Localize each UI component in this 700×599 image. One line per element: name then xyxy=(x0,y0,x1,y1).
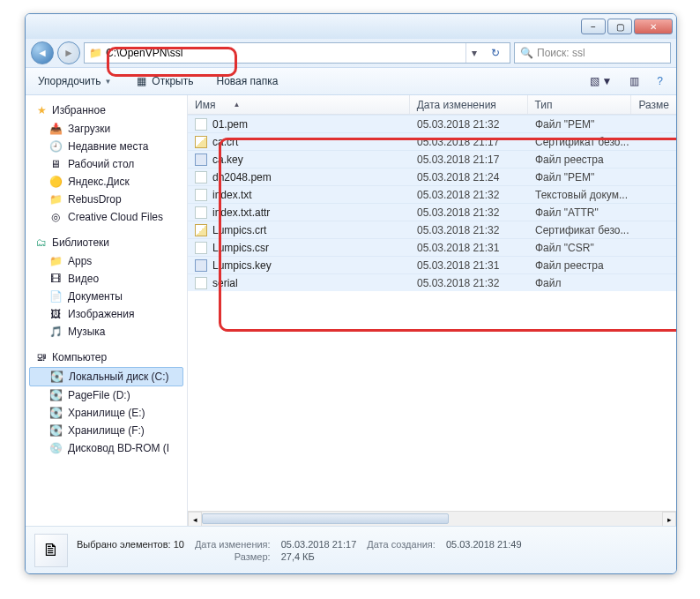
sidebar-item[interactable]: 📁RebusDrop xyxy=(26,191,187,208)
col-date[interactable]: Дата изменения xyxy=(410,95,528,114)
sidebar-item[interactable]: 🎞Видео xyxy=(26,270,187,288)
sidebar-item[interactable]: 🖥Рабочий стол xyxy=(26,155,187,173)
close-button[interactable]: ✕ xyxy=(634,19,673,34)
file-type: Файл "ATTR" xyxy=(528,206,632,219)
scroll-left-icon[interactable]: ◂ xyxy=(188,512,202,526)
scroll-thumb[interactable] xyxy=(202,513,449,524)
sidebar-item-icon: 🖼 xyxy=(48,307,63,321)
file-icon xyxy=(195,224,207,236)
computer-header[interactable]: 🖳 Компьютер xyxy=(26,348,187,367)
sidebar-item[interactable]: 💿Дисковод BD-ROM (I xyxy=(26,439,187,457)
organize-button[interactable]: Упорядочить ▼ xyxy=(33,73,116,89)
size-value: 27,4 КБ xyxy=(281,551,357,562)
sidebar-item[interactable]: 💽Хранилище (F:) xyxy=(26,422,187,439)
date-cre-label: Дата создания: xyxy=(367,539,436,550)
newfolder-label: Новая папка xyxy=(216,75,278,87)
address-row: ◄ ► 📁 C:\OpenVPN\ssl ▾ ↻ 🔍 Поиск: ssl xyxy=(26,39,676,67)
table-row[interactable]: index.txt05.03.2018 21:32Текстовый докум… xyxy=(188,185,676,203)
sidebar-item[interactable]: 🟡Яндекс.Диск xyxy=(26,173,187,191)
sidebar-item-label: Яндекс.Диск xyxy=(68,176,130,188)
table-row[interactable]: Lumpics.crt05.03.2018 21:32Сертификат бе… xyxy=(188,221,676,238)
sidebar-item[interactable]: 💽Локальный диск (C:) xyxy=(29,367,183,386)
sidebar-item[interactable]: 💽PageFile (D:) xyxy=(26,386,187,404)
date-cre-value: 05.03.2018 21:49 xyxy=(446,539,522,550)
sidebar-item-label: Видео xyxy=(68,273,99,285)
file-icon xyxy=(195,153,207,166)
file-date: 05.03.2018 21:24 xyxy=(410,171,528,183)
col-size[interactable]: Разме xyxy=(631,95,676,114)
refresh-button[interactable]: ↻ xyxy=(485,43,506,63)
newfolder-button[interactable]: Новая папка xyxy=(211,73,283,89)
toolbar: Упорядочить ▼ ▦ Открыть Новая папка ▧ ▼ … xyxy=(26,67,676,95)
libraries-header[interactable]: 🗂 Библиотеки xyxy=(26,233,187,252)
table-row[interactable]: serial05.03.2018 21:32Файл xyxy=(188,273,676,291)
file-icon xyxy=(195,189,207,201)
file-date: 05.03.2018 21:32 xyxy=(410,224,528,236)
file-type: Файл "PEM" xyxy=(528,118,632,131)
content-area: ★ Избранное 📥Загрузки🕘Недавние места🖥Раб… xyxy=(26,95,676,526)
address-dropdown[interactable]: ▾ xyxy=(465,43,481,63)
view-button[interactable]: ▧ ▼ xyxy=(584,71,618,91)
table-row[interactable]: Lumpics.key05.03.2018 21:31Файл реестра xyxy=(188,256,676,273)
sidebar-item-label: PageFile (D:) xyxy=(68,389,130,401)
sidebar-item[interactable]: 📥Загрузки xyxy=(26,120,187,138)
table-row[interactable]: ca.crt05.03.2018 21:17Сертификат безо... xyxy=(188,132,676,150)
sidebar-item[interactable]: 🎵Музыка xyxy=(26,323,187,341)
file-type: Файл реестра xyxy=(528,153,632,166)
forward-button[interactable]: ► xyxy=(57,41,80,64)
sidebar-item-label: Документы xyxy=(68,290,123,303)
sidebar-item-icon: 📁 xyxy=(48,254,63,268)
sidebar-item[interactable]: 📄Документы xyxy=(26,288,187,305)
open-label: Открыть xyxy=(152,75,193,87)
table-row[interactable]: dh2048.pem05.03.2018 21:24Файл "PEM" xyxy=(188,168,676,185)
sidebar-item[interactable]: 🕘Недавние места xyxy=(26,138,187,155)
maximize-button[interactable]: ▢ xyxy=(607,19,632,34)
file-name: serial xyxy=(212,277,238,289)
table-row[interactable]: Lumpics.csr05.03.2018 21:31Файл "CSR" xyxy=(188,238,676,256)
search-input[interactable]: 🔍 Поиск: ssl xyxy=(514,42,671,64)
file-name: Lumpics.csr xyxy=(212,242,269,254)
minimize-button[interactable]: − xyxy=(581,19,606,34)
address-path: C:\OpenVPN\ssl xyxy=(106,47,182,59)
file-type: Сертификат безо... xyxy=(528,136,632,148)
sidebar-item-label: Хранилище (E:) xyxy=(68,407,145,419)
col-type[interactable]: Тип xyxy=(528,95,632,114)
col-name[interactable]: Имя ▲ xyxy=(188,95,410,114)
sidebar-item-label: Хранилище (F:) xyxy=(68,424,145,437)
search-icon: 🔍 xyxy=(520,47,533,59)
libraries-group: 🗂 Библиотеки 📁Apps🎞Видео📄Документы🖼Изобр… xyxy=(26,233,187,341)
file-date: 05.03.2018 21:32 xyxy=(410,118,528,131)
file-type: Файл "CSR" xyxy=(528,242,632,254)
help-button[interactable]: ? xyxy=(651,71,669,91)
sidebar-item[interactable]: 📁Apps xyxy=(26,252,187,270)
file-name: index.txt xyxy=(212,189,252,201)
sidebar-item-icon: 🕘 xyxy=(48,139,63,153)
address-bar[interactable]: 📁 C:\OpenVPN\ssl ▾ ↻ xyxy=(84,42,510,64)
sidebar: ★ Избранное 📥Загрузки🕘Недавние места🖥Раб… xyxy=(26,95,188,526)
file-date: 05.03.2018 21:32 xyxy=(410,206,528,219)
back-button[interactable]: ◄ xyxy=(31,41,54,64)
sidebar-item-icon: 📁 xyxy=(48,192,63,206)
table-row[interactable]: index.txt.attr05.03.2018 21:32Файл "ATTR… xyxy=(188,203,676,221)
table-row[interactable]: ca.key05.03.2018 21:17Файл реестра xyxy=(188,150,676,168)
open-button[interactable]: ▦ Открыть xyxy=(129,72,198,90)
sidebar-item-icon: 💿 xyxy=(48,441,63,455)
star-icon: ★ xyxy=(34,103,48,117)
scroll-right-icon[interactable]: ▸ xyxy=(662,512,676,526)
library-icon: 🗂 xyxy=(34,236,48,250)
horizontal-scrollbar[interactable]: ◂ ▸ xyxy=(188,511,676,526)
file-list[interactable]: 01.pem05.03.2018 21:32Файл "PEM"ca.crt05… xyxy=(188,115,676,511)
file-icon xyxy=(195,136,207,148)
sidebar-item[interactable]: 💽Хранилище (E:) xyxy=(26,404,187,422)
file-pane: Имя ▲ Дата изменения Тип Разме 01.pem05.… xyxy=(188,95,676,526)
file-date: 05.03.2018 21:32 xyxy=(410,189,528,201)
table-row[interactable]: 01.pem05.03.2018 21:32Файл "PEM" xyxy=(188,115,676,132)
sidebar-item-icon: 💽 xyxy=(48,423,63,438)
preview-pane-button[interactable]: ▥ xyxy=(623,71,645,91)
favorites-header[interactable]: ★ Избранное xyxy=(26,101,187,120)
file-date: 05.03.2018 21:31 xyxy=(410,242,528,254)
sidebar-item[interactable]: 🖼Изображения xyxy=(26,305,187,323)
file-date: 05.03.2018 21:17 xyxy=(410,153,528,166)
sidebar-item-icon: 💽 xyxy=(49,370,63,384)
sidebar-item[interactable]: ◎Creative Cloud Files xyxy=(26,208,187,226)
